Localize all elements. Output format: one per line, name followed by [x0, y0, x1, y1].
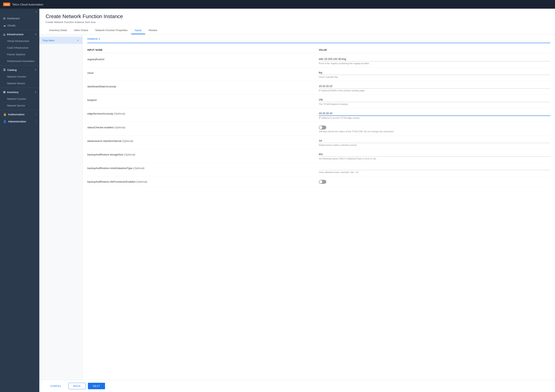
sidebar-item-infrastructure[interactable]: △ Infrastructure ▾: [0, 31, 39, 38]
left-panel-item-tcsa-helm[interactable]: Tcsa Helm ✓: [39, 37, 82, 44]
topbar: vmw Telco Cloud Automation: [0, 0, 555, 9]
registryRootUrl-input[interactable]: [319, 57, 550, 61]
sidebar-item-label: Infrastructure Automation: [7, 60, 35, 63]
backupAndRestoreMinioDatastoreType-input[interactable]: [319, 165, 550, 170]
sidebar-item-inventory-network-service[interactable]: Network Service: [0, 102, 39, 109]
sidebar-item-label: Network Function: [7, 75, 26, 78]
sidebar-item-label: Administration: [8, 120, 26, 123]
sidebar-item-catalog-network-service[interactable]: Network Service: [0, 80, 39, 87]
form-header-row: Input Name Value: [87, 47, 550, 53]
form-row-registryRootUrl: registryRootUrl Root of the registry con…: [87, 54, 550, 67]
sidebar-item-administration[interactable]: 👤 Administration ›: [0, 118, 39, 125]
backupAndRestoreStorageSize-hint: set following values ONLY if datastoreTy…: [319, 157, 550, 160]
registryRootUrl-hint: Root of the registry containing the imgp…: [319, 62, 550, 65]
instance-label: Instance 1: [87, 37, 100, 43]
form-row-backupAndRestoreMinioDatastoreType: backupAndRestore.minioDatastoreType (Opt…: [87, 163, 550, 176]
sidebar-item-label: Network Service: [7, 104, 25, 107]
form-row-edgeServicesAccessIp: edgeServicesAccessIp (Optional) IP addre…: [87, 108, 550, 122]
statusCheckerEnabled-hint: Job that checks the status of the TCSA C…: [319, 130, 550, 133]
sidebar-item-dashboard[interactable]: ⊞ Dashboard: [0, 15, 39, 22]
lock-icon: 🔒: [3, 113, 7, 116]
sidebar-item-caas-infrastructure[interactable]: CaaS Infrastructure: [0, 44, 39, 51]
edgeServicesAccessIp-input[interactable]: [319, 111, 550, 116]
form-field-value: The TCSA footprint to deploy: [319, 97, 550, 105]
form-table: Input Name Value registryRootUrl Root of…: [87, 47, 550, 187]
toggle-knob: [319, 180, 322, 183]
form-field-name: backupAndRestore.nfsProvisionerEnabled (…: [87, 179, 319, 183]
sidebar: « ⊞ Dashboard ☁ Clouds △ Infrastructure …: [0, 9, 39, 392]
chevron-down-icon: ▾: [35, 69, 36, 71]
instance-tab: Instance 1: [87, 34, 550, 43]
sidebar-item-catalog[interactable]: ☰ Catalog ▾: [0, 66, 39, 74]
tab-review[interactable]: Review: [145, 27, 161, 34]
next-button[interactable]: NEXT: [88, 383, 105, 389]
tab-inputs[interactable]: Inputs: [131, 27, 145, 34]
chevron-right-icon: ›: [35, 113, 36, 116]
sidebar-item-virtual-infrastructure[interactable]: Virtual Infrastructure: [0, 38, 39, 44]
sidebar-item-label: CaaS Infrastructure: [7, 46, 28, 49]
sidebar-item-partner-systems[interactable]: Partner Systems: [0, 51, 39, 58]
sidebar-divider: [0, 65, 39, 66]
form-field-value: [319, 179, 550, 184]
page-subtitle: Create Network Function Instance from tc…: [46, 21, 549, 24]
sidebar-item-authorization[interactable]: 🔒 Authorization ›: [0, 111, 39, 118]
sidebar-item-catalog-network-function[interactable]: Network Function: [0, 74, 39, 80]
form-field-value: minio datastore type, example 'nas', 's3…: [319, 165, 550, 173]
sidebar-collapse-button[interactable]: «: [0, 9, 39, 15]
sidebar-item-label: Network Service: [7, 82, 25, 85]
form-row-backupAndRestoreNfsProvisionerEnabled: backupAndRestore.nfsProvisionerEnabled (…: [87, 176, 550, 187]
form-field-value: set following values ONLY if datastoreTy…: [319, 152, 550, 160]
content-body: Tcsa Helm ✓ Instance 1 Input Name Value: [39, 34, 555, 380]
footer: CANCEL BACK NEXT: [39, 380, 555, 392]
form-field-value: Root of the registry containing the imgp…: [319, 57, 550, 65]
toggle-knob: [319, 126, 322, 129]
tab-inventory-detail[interactable]: Inventory Detail: [46, 27, 70, 34]
statusCheckerEnabled-toggle[interactable]: [319, 126, 326, 129]
form-field-name: backupAndRestore.minioDatastoreType (Opt…: [87, 165, 319, 170]
form-field-name: dashboardStaticAccessIp: [87, 84, 319, 88]
backupAndRestoreMinioDatastoreType-hint: minio datastore type, example 'nas', 's3…: [319, 171, 550, 173]
form-field-name: backupAndRestore.storageSize (Optional): [87, 152, 319, 156]
footprint-input[interactable]: [319, 97, 550, 102]
user-icon: 👤: [3, 120, 7, 123]
form-field-name: edgeServicesAccessIp (Optional): [87, 111, 319, 115]
elasticsearchRetentionInterval-hint: Elasticsearch metrics retention period: [319, 144, 550, 146]
form-field-value: IP address/FQDN of the product landing p…: [319, 84, 550, 92]
sidebar-item-label: Virtual Infrastructure: [7, 40, 29, 43]
sidebar-item-clouds[interactable]: ☁ Clouds: [0, 22, 39, 29]
left-panel: Tcsa Helm ✓: [39, 34, 83, 380]
sidebar-item-label: Inventory: [7, 91, 19, 94]
footprint-hint: The TCSA footprint to deploy: [319, 103, 550, 105]
right-panel: Instance 1 Input Name Value registryRoot…: [83, 34, 555, 380]
sidebar-item-label: Catalog: [7, 68, 17, 71]
cloud-input[interactable]: [319, 70, 550, 75]
chevron-down-icon: ▾: [35, 33, 36, 36]
sidebar-item-label: Infrastructure: [7, 33, 24, 36]
tab-network-function-properties[interactable]: Network Function Properties: [92, 27, 131, 34]
back-button[interactable]: BACK: [68, 383, 86, 389]
form-row-elasticsearchRetentionInterval: elasticsearch.retentionInterval (Optiona…: [87, 136, 550, 149]
chevron-right-icon: ›: [35, 120, 36, 123]
sidebar-item-inventory-network-function[interactable]: Network Function: [0, 96, 39, 102]
tab-helm-charts[interactable]: Helm Charts: [70, 27, 92, 34]
form-row-statusCheckerEnabled: statusChecker.enabled (Optional) Job tha…: [87, 122, 550, 136]
dashboardStaticAccessIp-input[interactable]: [319, 84, 550, 89]
sidebar-item-infrastructure-automation[interactable]: Infrastructure Automation: [0, 58, 39, 65]
dashboard-icon: ⊞: [3, 17, 6, 20]
form-field-name: registryRootUrl: [87, 57, 319, 61]
form-row-cloud: cloud cloud, example tkg: [87, 67, 550, 81]
sidebar-divider: [0, 88, 39, 88]
sidebar-divider: [0, 30, 39, 30]
sidebar-item-label: Clouds: [7, 24, 15, 27]
form-field-value: Job that checks the status of the TCSA C…: [319, 125, 550, 133]
elasticsearchRetentionInterval-input[interactable]: [319, 138, 550, 143]
form-row-footprint: footprint The TCSA footprint to deploy: [87, 95, 550, 108]
sidebar-item-inventory[interactable]: ⊞ Inventory ▾: [0, 89, 39, 96]
backupAndRestoreStorageSize-input[interactable]: [319, 152, 550, 157]
form-field-value: IP address to access TCSA edge servies: [319, 111, 550, 119]
backupAndRestoreNfsProvisionerEnabled-toggle[interactable]: [319, 180, 326, 184]
form-field-value: cloud, example tkg: [319, 70, 550, 78]
form-header-value: Value: [319, 49, 550, 51]
left-panel-item-label: Tcsa Helm: [43, 39, 54, 42]
cancel-button[interactable]: CANCEL: [46, 383, 66, 389]
